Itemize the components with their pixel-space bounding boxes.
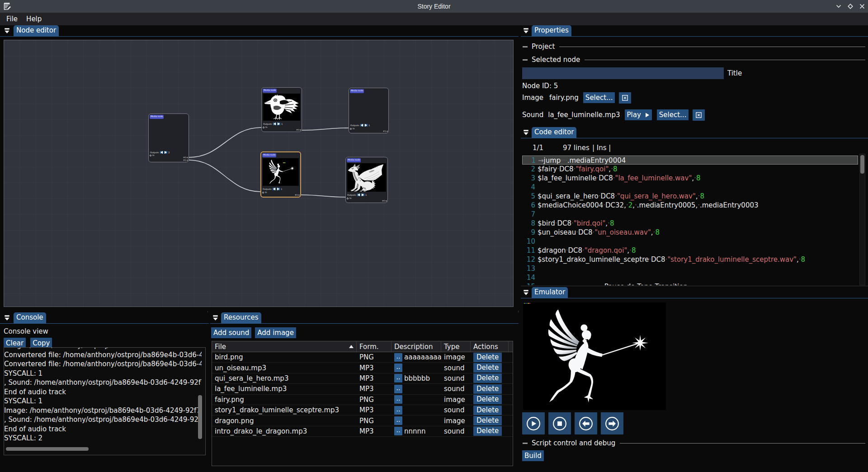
- output-next-button[interactable]: [277, 188, 280, 190]
- delete-button[interactable]: Delete: [473, 384, 502, 394]
- code-line[interactable]: 2$fairy·DC8·"fairy.qoi",·8: [522, 165, 858, 174]
- collapse-icon[interactable]: [523, 129, 529, 136]
- tab-code-editor[interactable]: Code editor: [532, 127, 576, 138]
- node-output-pin[interactable]: #1: [383, 130, 388, 133]
- edit-description-button[interactable]: ..: [394, 406, 402, 415]
- image-clear-button[interactable]: [619, 92, 631, 104]
- output-next-button[interactable]: [164, 151, 167, 154]
- sound-select-button[interactable]: Select...: [657, 109, 689, 120]
- output-prev-button[interactable]: [360, 124, 363, 127]
- input-pin[interactable]: [263, 127, 264, 128]
- code-line[interactable]: 15 Pause de Tone Transition: [522, 282, 858, 285]
- node-output-pin[interactable]: #0: [295, 194, 300, 197]
- code-line[interactable]: 14: [522, 273, 858, 282]
- collapse-icon[interactable]: [523, 28, 529, 34]
- tab-node-editor[interactable]: Node editor: [14, 25, 59, 36]
- delete-button[interactable]: Delete: [473, 406, 502, 415]
- add-sound-button[interactable]: Add sound: [211, 327, 251, 338]
- emulator-back-button[interactable]: [575, 412, 597, 434]
- delete-button[interactable]: Delete: [473, 395, 502, 404]
- node-output-pin[interactable]: #0: [296, 128, 301, 132]
- output-pin[interactable]: [187, 160, 188, 161]
- delete-button[interactable]: Delete: [473, 353, 502, 362]
- output-pin[interactable]: [298, 194, 300, 196]
- output-next-button[interactable]: [361, 194, 364, 196]
- code-line[interactable]: 9$un_oiseau·DC8·"un_oiseau.wav",·8: [522, 228, 858, 237]
- output-pin[interactable]: [300, 129, 301, 131]
- close-button[interactable]: [856, 0, 868, 13]
- graph-node[interactable]: Media nodeOutputs:2In#0#1: [148, 113, 189, 162]
- column-type[interactable]: Type: [441, 341, 471, 352]
- column-file[interactable]: File: [212, 341, 357, 352]
- console-vertical-scrollbar[interactable]: [198, 395, 202, 439]
- minimize-button[interactable]: [833, 0, 844, 13]
- output-prev-button[interactable]: [357, 194, 360, 196]
- code-line[interactable]: 5$qui_sera_le_hero·DC8·"qui_sera_le_hero…: [522, 192, 858, 201]
- code-line[interactable]: 1→jump···.mediaEntry0004: [522, 156, 858, 165]
- sound-play-button[interactable]: Play: [625, 109, 652, 120]
- maximize-button[interactable]: [844, 0, 856, 13]
- input-pin[interactable]: [347, 198, 349, 199]
- table-row[interactable]: un_oiseau.mp3MP3..soundDelete: [212, 363, 513, 373]
- table-row[interactable]: bird.pngPNG..aaaaaaaaaimageDelete: [212, 352, 513, 363]
- tab-properties[interactable]: Properties: [532, 25, 571, 36]
- code-line[interactable]: 10: [522, 237, 858, 246]
- add-image-button[interactable]: Add image: [255, 327, 296, 338]
- collapse-icon[interactable]: [523, 289, 529, 296]
- delete-button[interactable]: Delete: [473, 373, 502, 383]
- code-line[interactable]: 8$bird·DC8·"bird.qoi",·8: [522, 219, 858, 228]
- edit-description-button[interactable]: ..: [394, 385, 402, 393]
- column-description[interactable]: Description: [392, 341, 441, 352]
- image-select-button[interactable]: Select...: [583, 92, 615, 103]
- node-canvas[interactable]: Media nodeOutputs:2In#0#1Media nodeOutpu…: [4, 40, 514, 307]
- graph-node[interactable]: Media nodeOutputs:1In#1: [349, 88, 389, 133]
- output-pin[interactable]: [386, 200, 387, 202]
- emulator-stop-button[interactable]: [548, 412, 571, 434]
- delete-button[interactable]: Delete: [473, 363, 502, 373]
- edit-description-button[interactable]: ..: [394, 374, 402, 382]
- graph-node[interactable]: Media nodeOutputs:1In#0: [260, 151, 301, 198]
- output-next-button[interactable]: [277, 123, 280, 125]
- console-output[interactable]: Image: /home/anthony/ostproj/ba869e4b-03…: [4, 347, 206, 455]
- console-horizontal-scrollbar[interactable]: [6, 447, 89, 451]
- table-row[interactable]: intro_drako_le_dragon.mp3MP3..nnnnnsound…: [212, 426, 513, 437]
- output-next-button[interactable]: [364, 124, 368, 127]
- code-line[interactable]: 6$mediaChoice0004·DC32,·2,·.mediaEntry00…: [522, 201, 858, 210]
- emulator-play-button[interactable]: [522, 412, 545, 434]
- scrollbar-thumb[interactable]: [860, 155, 864, 174]
- input-pin[interactable]: [350, 128, 352, 130]
- collapse-icon[interactable]: [212, 315, 219, 321]
- output-prev-button[interactable]: [160, 151, 163, 154]
- delete-button[interactable]: Delete: [473, 416, 502, 425]
- output-prev-button[interactable]: [273, 188, 276, 190]
- output-prev-button[interactable]: [273, 123, 276, 125]
- table-row[interactable]: fairy.pngPNG..imageDelete: [212, 395, 513, 405]
- edit-description-button[interactable]: ..: [394, 395, 402, 404]
- input-pin[interactable]: [150, 155, 151, 156]
- input-pin[interactable]: [262, 192, 264, 194]
- collapse-icon[interactable]: [4, 28, 10, 34]
- edit-description-button[interactable]: ..: [394, 427, 402, 435]
- node-output-pin[interactable]: #0: [382, 199, 387, 203]
- build-button[interactable]: Build: [522, 450, 544, 461]
- code-line[interactable]: 3$la_fee_luminelle·DC8·"la_fee_luminelle…: [522, 174, 858, 183]
- graph-node[interactable]: Media nodeOutputs:1In#0: [261, 87, 302, 132]
- tab-console[interactable]: Console: [14, 312, 46, 323]
- table-row[interactable]: qui_sera_le_hero.mp3MP3..bbbbbbsoundDele…: [212, 373, 513, 384]
- title-input[interactable]: [522, 67, 724, 79]
- edit-description-button[interactable]: ..: [394, 363, 402, 372]
- table-row[interactable]: dragon.pngPNG..imageDelete: [212, 415, 513, 426]
- code-line[interactable]: 13: [522, 264, 858, 273]
- graph-node[interactable]: Media nodeOutputs:1In#0: [345, 157, 388, 203]
- tab-emulator[interactable]: Emulator: [532, 287, 568, 298]
- code-vertical-scrollbar[interactable]: [859, 154, 865, 285]
- output-pin[interactable]: [387, 131, 388, 132]
- output-pin[interactable]: [187, 157, 188, 158]
- menu-help[interactable]: Help: [22, 13, 46, 25]
- menu-file[interactable]: File: [0, 13, 22, 25]
- tab-resources[interactable]: Resources: [221, 312, 261, 323]
- table-row[interactable]: story1_drako_luminelle_sceptre.mp3MP3..s…: [212, 405, 513, 415]
- code-line[interactable]: 12$story1_drako_luminelle_sceptre·DC8·"s…: [522, 255, 858, 264]
- code-line[interactable]: 7: [522, 210, 858, 219]
- code-line[interactable]: 11$dragon·DC8·"dragon.qoi",·8: [522, 246, 858, 255]
